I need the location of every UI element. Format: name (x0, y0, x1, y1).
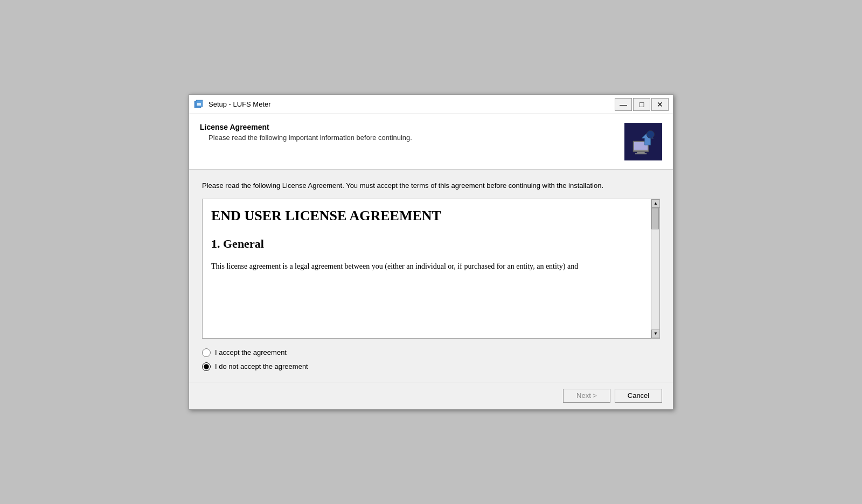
header-section: License Agreement Please read the follow… (189, 114, 673, 170)
scroll-up-button[interactable]: ▲ (651, 199, 660, 208)
accept-radio-text: I accept the agreement (215, 348, 287, 356)
svg-rect-6 (635, 153, 647, 155)
installer-icon (624, 123, 662, 160)
maximize-button[interactable]: □ (633, 98, 650, 111)
svg-rect-5 (637, 152, 644, 153)
scroll-thumb[interactable] (651, 208, 659, 229)
page-subtitle: Please read the following important info… (200, 134, 624, 142)
license-text-box: END USER LICENSE AGREEMENT 1. General Th… (202, 199, 660, 339)
minimize-button[interactable]: — (615, 98, 632, 111)
license-scrollbar[interactable]: ▲ ▼ (651, 199, 659, 338)
scroll-track (651, 208, 659, 330)
close-button[interactable]: ✕ (651, 98, 669, 111)
license-section1-heading: 1. General (211, 237, 642, 251)
window-title: Setup - LUFS Meter (208, 100, 615, 108)
not-accept-radio-label[interactable]: I do not accept the agreement (202, 362, 660, 371)
content-intro-text: Please read the following License Agreem… (202, 180, 660, 191)
accept-radio-label[interactable]: I accept the agreement (202, 348, 660, 357)
agreement-radio-group: I accept the agreement I do not accept t… (202, 348, 660, 371)
not-accept-radio-input[interactable] (202, 362, 211, 371)
scroll-down-button[interactable]: ▼ (651, 330, 660, 338)
setup-window: Setup - LUFS Meter — □ ✕ License Agreeme… (189, 94, 673, 410)
accept-radio-input[interactable] (202, 348, 211, 357)
license-body-text1: This license agreement is a legal agreem… (211, 261, 642, 272)
svg-rect-2 (197, 103, 201, 106)
header-text-block: License Agreement Please read the follow… (200, 123, 624, 142)
title-bar: Setup - LUFS Meter — □ ✕ (189, 95, 673, 114)
window-controls: — □ ✕ (615, 98, 669, 111)
cancel-button[interactable]: Cancel (615, 389, 662, 403)
next-button[interactable]: Next > (563, 389, 610, 403)
footer-section: Next > Cancel (189, 382, 673, 409)
window-icon (193, 99, 204, 110)
license-text-area: END USER LICENSE AGREEMENT 1. General Th… (203, 199, 651, 338)
content-section: Please read the following License Agreem… (189, 170, 673, 382)
license-heading: END USER LICENSE AGREEMENT (211, 208, 642, 224)
page-title: License Agreement (200, 123, 624, 131)
svg-point-8 (646, 131, 654, 138)
not-accept-radio-text: I do not accept the agreement (215, 362, 308, 370)
